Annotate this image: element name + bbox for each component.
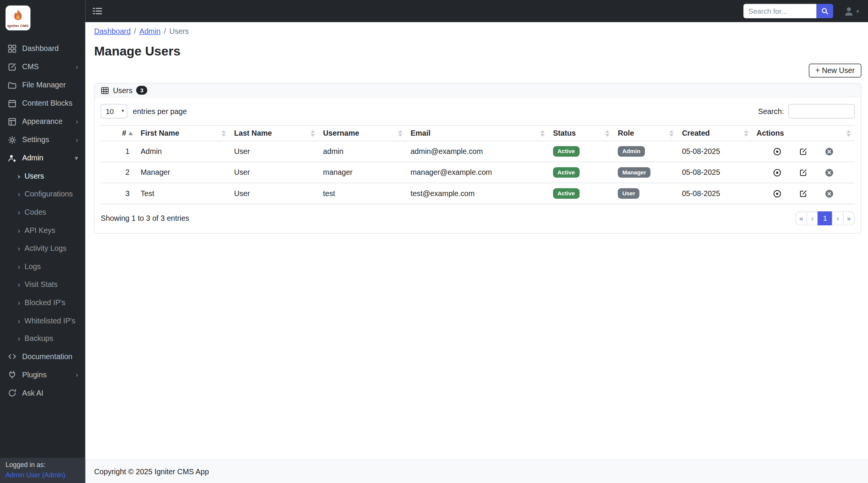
- sidebar-item-plugins[interactable]: Plugins ›: [0, 366, 85, 384]
- column-header-label: Actions: [757, 129, 784, 137]
- sidebar-subitem-blocked-ips[interactable]: › Blocked IP's: [0, 293, 85, 311]
- sidebar-toggle-button[interactable]: [92, 6, 103, 17]
- submenu-bullet-icon: ›: [18, 298, 20, 307]
- column-header-label: Created: [682, 129, 710, 137]
- status-badge: Active: [553, 188, 579, 199]
- view-user-button[interactable]: [773, 147, 782, 156]
- status-badge: Active: [553, 167, 579, 177]
- breadcrumb-separator: /: [134, 27, 136, 35]
- entries-summary: Showing 1 to 3 of 3 entries: [101, 214, 189, 223]
- sidebar-subitem-label: Logs: [25, 262, 41, 271]
- column-header-role[interactable]: Role: [613, 125, 678, 141]
- cell-actions: [752, 162, 855, 183]
- cell-role: Manager: [613, 162, 678, 183]
- column-header-email[interactable]: Email: [406, 125, 549, 141]
- sidebar-subitem-label: Configurations: [25, 190, 73, 198]
- sidebar-item-content-blocks[interactable]: Content Blocks: [0, 94, 85, 112]
- sidebar-subitem-label: Activity Logs: [25, 244, 67, 253]
- sidebar-item-label: Appearance: [22, 117, 76, 126]
- sidebar-item-label: Dashboard: [22, 44, 78, 53]
- sidebar-subitem-users[interactable]: › Users: [0, 167, 85, 185]
- sidebar-subitem-label: Backups: [25, 334, 53, 343]
- sidebar-subitem-activity-logs[interactable]: › Activity Logs: [0, 239, 85, 257]
- logged-in-label: Logged in as:: [6, 461, 80, 469]
- column-header-username[interactable]: Username: [318, 125, 406, 141]
- sidebar-item-dashboard[interactable]: Dashboard: [0, 39, 85, 57]
- chevron-right-icon: ›: [76, 118, 78, 125]
- edit-user-button[interactable]: [799, 189, 808, 198]
- cell-created: 05-08-2025: [678, 162, 752, 183]
- sidebar-subitem-logs[interactable]: › Logs: [0, 257, 85, 275]
- edit-user-button[interactable]: [799, 168, 808, 177]
- edit-user-button[interactable]: [799, 147, 808, 155]
- user-menu-button[interactable]: ▾: [844, 6, 859, 16]
- table-search-input[interactable]: [788, 104, 855, 119]
- users-card: Users 3 10 ▾ entries per page: [94, 83, 862, 233]
- delete-user-button[interactable]: [825, 147, 834, 156]
- sidebar-login-box: Logged in as: Admin User (Admin): [0, 458, 85, 483]
- eye-icon: [773, 147, 782, 156]
- sidebar-item-documentation[interactable]: Documentation: [0, 348, 85, 366]
- sidebar-subitem-codes[interactable]: › Codes: [0, 203, 85, 221]
- eye-icon: [773, 189, 782, 198]
- flame-icon: [11, 8, 25, 23]
- search-icon: [821, 7, 828, 15]
- column-header-last-name[interactable]: Last Name: [230, 125, 318, 141]
- sidebar-item-settings[interactable]: Settings ›: [0, 131, 85, 149]
- sort-icon: [669, 130, 674, 136]
- pagination-last-button[interactable]: »: [843, 211, 855, 225]
- sidebar-subitem-backups[interactable]: › Backups: [0, 329, 85, 347]
- column-header-first-name[interactable]: First Name: [136, 125, 230, 141]
- gear-icon: [8, 135, 16, 144]
- role-badge: Manager: [618, 167, 651, 177]
- sidebar-item-label: Documentation: [22, 353, 78, 361]
- sidebar-subitem-api-keys[interactable]: › API Keys: [0, 221, 85, 239]
- chevron-right-icon: ›: [76, 372, 78, 378]
- column-header-actions[interactable]: Actions: [752, 125, 855, 141]
- sidebar-item-appearance[interactable]: Appearance ›: [0, 112, 85, 131]
- sidebar-item-file-manager[interactable]: File Manager: [0, 76, 85, 94]
- column-header-label: Role: [618, 129, 634, 137]
- x-circle-icon: [825, 168, 834, 177]
- cell-created: 05-08-2025: [678, 141, 752, 162]
- view-user-button[interactable]: [773, 189, 782, 198]
- pagination-page-1[interactable]: 1: [817, 211, 832, 225]
- role-badge: Admin: [618, 146, 645, 157]
- search-input[interactable]: [743, 4, 816, 18]
- status-badge: Active: [553, 146, 579, 157]
- count-badge: 3: [136, 86, 147, 95]
- search-button[interactable]: [816, 4, 833, 18]
- delete-user-button[interactable]: [825, 168, 834, 177]
- cell-role: User: [613, 183, 678, 204]
- sidebar-item-ask-ai[interactable]: Ask AI: [0, 384, 85, 402]
- sidebar-subitem-visit-stats[interactable]: › Visit Stats: [0, 276, 85, 293]
- sidebar-item-admin[interactable]: Admin ▾: [0, 149, 85, 167]
- column-header-num[interactable]: #: [101, 125, 136, 141]
- pagination-next-button[interactable]: ›: [832, 211, 844, 225]
- new-user-button[interactable]: + New User: [809, 64, 861, 78]
- sidebar-subitem-configurations[interactable]: › Configurations: [0, 185, 85, 203]
- dashboard-grid-icon: [8, 44, 16, 53]
- sidebar-subitem-label: Visit Stats: [25, 280, 58, 289]
- column-header-status[interactable]: Status: [548, 125, 613, 141]
- page-size-select[interactable]: 10: [101, 104, 127, 119]
- view-user-button[interactable]: [773, 168, 782, 177]
- logged-in-user-link[interactable]: Admin User (Admin): [6, 471, 65, 480]
- chevron-right-icon: ›: [76, 136, 78, 143]
- cell-status: Active: [548, 141, 613, 162]
- table-row: 2 Manager User manager manager@example.c…: [101, 162, 855, 183]
- x-circle-icon: [825, 147, 834, 156]
- column-header-created[interactable]: Created: [678, 125, 752, 141]
- sidebar-item-label: Admin: [22, 154, 74, 162]
- breadcrumb-admin-link[interactable]: Admin: [139, 27, 161, 35]
- delete-user-button[interactable]: [825, 189, 834, 198]
- users-table: # First Name Last Name Username Email St…: [101, 125, 855, 204]
- pagination-prev-button[interactable]: ‹: [806, 211, 818, 225]
- submenu-bullet-icon: ›: [18, 334, 20, 343]
- sidebar-item-cms[interactable]: CMS ›: [0, 57, 85, 76]
- app-logo[interactable]: Igniter CMS: [6, 6, 31, 31]
- pagination-first-button[interactable]: «: [795, 211, 807, 225]
- breadcrumb-dashboard-link[interactable]: Dashboard: [94, 27, 131, 35]
- sidebar-subitem-whitelisted-ips[interactable]: › Whitelisted IP's: [0, 312, 85, 329]
- logo-text: Igniter CMS: [7, 24, 29, 28]
